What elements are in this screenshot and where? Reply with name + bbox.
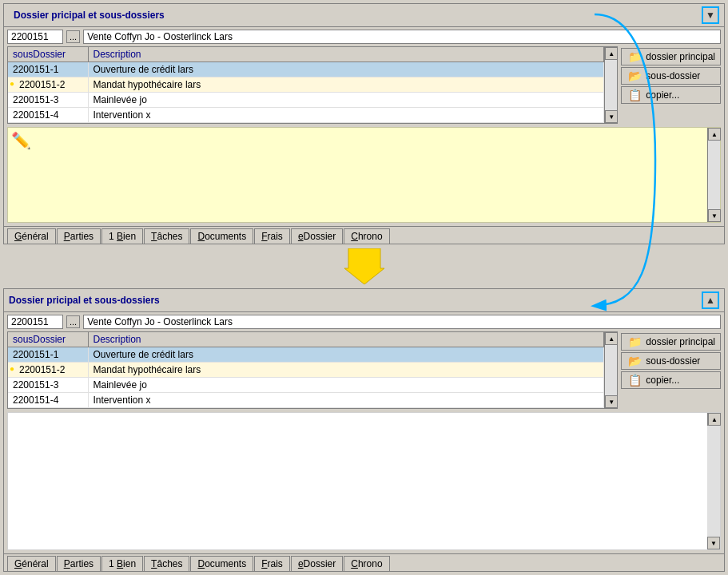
- tab-taches-bottom[interactable]: Tâches: [144, 556, 189, 571]
- bottom-tabs-row: Général Parties 1 Bien Tâches Documents …: [4, 553, 724, 571]
- top-tabs-row: Général Parties 1 Bien Tâches Documents …: [4, 226, 724, 244]
- top-dossier-row: ...: [4, 27, 724, 46]
- bottom-side-buttons: 📁 dossier principal 📂 sous-dossier 📋 cop…: [621, 331, 721, 409]
- bottom-sous-dossier-table: sousDossier Description 2200151-1 Ouvert…: [8, 332, 604, 408]
- bottom-col-sous-dossier: sousDossier: [8, 332, 88, 347]
- notes-scrollbar[interactable]: ▲ ▼: [707, 128, 720, 222]
- tab-general-top[interactable]: Général: [7, 228, 56, 244]
- top-panel: Dossier pricipal et sous-dossiers ▼ ... …: [3, 3, 725, 244]
- copy-icon: 📋: [627, 89, 642, 101]
- bottom-collapse-button[interactable]: ▲: [702, 291, 719, 309]
- table-row[interactable]: ● 2200151-2 Mandat hypothécaire lars: [8, 363, 604, 378]
- bottom-dots-button[interactable]: ...: [66, 315, 80, 328]
- notes-scroll-up[interactable]: ▲: [708, 128, 721, 141]
- bottom-dossier-name[interactable]: [83, 315, 721, 329]
- folder-icon: 📁: [627, 50, 642, 63]
- scroll-track: [605, 345, 617, 395]
- tab-documents-top[interactable]: Documents: [190, 228, 253, 244]
- bottom-panel-header: Dossier pricipal et sous-dossiers: [9, 295, 702, 306]
- top-dossier-principal-button[interactable]: 📁 dossier principal: [621, 48, 721, 65]
- table-row[interactable]: 2200151-4 Intervention x: [8, 393, 604, 408]
- copy-icon: 📋: [627, 374, 642, 387]
- notes-scroll-track: [708, 141, 720, 209]
- top-col-description: Description: [88, 47, 604, 62]
- top-dossier-number[interactable]: [7, 30, 63, 44]
- top-dots-button[interactable]: ...: [66, 30, 80, 43]
- scroll-down-btn[interactable]: ▼: [707, 537, 720, 549]
- table-row[interactable]: 2200151-3 Mainlevée jo: [8, 93, 604, 108]
- scroll-up-btn[interactable]: ▲: [708, 413, 721, 426]
- scroll-track: [605, 60, 617, 110]
- bottom-dossier-principal-button[interactable]: 📁 dossier principal: [621, 333, 721, 351]
- tab-1bien-top[interactable]: 1 Bien: [101, 228, 143, 244]
- scroll-track: [707, 426, 720, 537]
- main-container: Dossier pricipal et sous-dossiers ▼ ... …: [0, 0, 728, 575]
- tab-parties-bottom[interactable]: Parties: [57, 556, 101, 571]
- top-col-sous-dossier: sousDossier: [8, 47, 88, 62]
- scroll-up-btn[interactable]: ▲: [605, 47, 618, 60]
- tab-1bien-bottom[interactable]: 1 Bien: [101, 556, 143, 571]
- bottom-dossier-number[interactable]: [7, 315, 63, 329]
- tab-general-bottom[interactable]: Général: [7, 556, 56, 571]
- bottom-copier-button[interactable]: 📋 copier...: [621, 371, 721, 389]
- top-notes-area: ✏️ ▲ ▼: [7, 127, 721, 223]
- bottom-col-description: Description: [88, 332, 604, 347]
- bottom-table-area: sousDossier Description 2200151-1 Ouvert…: [4, 331, 724, 412]
- bottom-sous-dossier-button[interactable]: 📂 sous-dossier: [621, 352, 721, 370]
- tab-frais-top[interactable]: Frais: [254, 228, 290, 244]
- marked-indicator: ●: [10, 364, 14, 373]
- arrows-area: [3, 244, 725, 288]
- top-sous-dossier-table: sousDossier Description 2200151-1 Ouvert…: [8, 47, 604, 123]
- top-table-scrollbar[interactable]: ▲ ▼: [604, 47, 617, 123]
- bottom-empty-area: ▲ ▼: [7, 412, 721, 550]
- top-collapse-button[interactable]: ▼: [702, 6, 719, 24]
- subfolder-icon: 📂: [627, 355, 642, 367]
- bottom-table-scrollbar[interactable]: ▲ ▼: [604, 332, 617, 408]
- table-row[interactable]: ● 2200151-2 Mandat hypothécaire lars: [8, 77, 604, 93]
- tab-parties-top[interactable]: Parties: [57, 228, 101, 244]
- expand-icon: ▲: [706, 295, 715, 306]
- top-copier-button[interactable]: 📋 copier...: [621, 86, 721, 104]
- yellow-down-arrow: [344, 248, 384, 287]
- tab-taches-top[interactable]: Tâches: [144, 228, 189, 244]
- table-row[interactable]: 2200151-4 Intervention x: [8, 108, 604, 123]
- table-row[interactable]: 2200151-3 Mainlevée jo: [8, 378, 604, 393]
- table-row[interactable]: 2200151-1 Ouverture de crédit lars: [8, 347, 604, 363]
- top-side-buttons: 📁 dossier principal 📂 sous-dossier 📋 cop…: [621, 46, 721, 124]
- svg-marker-0: [344, 248, 384, 284]
- scroll-down-btn[interactable]: ▼: [605, 395, 618, 408]
- top-table-area: sousDossier Description 2200151-1 Ouvert…: [4, 46, 724, 127]
- scroll-up-btn[interactable]: ▲: [605, 332, 618, 345]
- subfolder-icon: 📂: [627, 69, 642, 82]
- tab-chrono-top[interactable]: Chrono: [344, 228, 389, 244]
- scroll-down-btn[interactable]: ▼: [605, 110, 618, 123]
- bottom-empty-scrollbar[interactable]: ▲ ▼: [707, 413, 720, 549]
- top-panel-header: Dossier pricipal et sous-dossiers: [9, 7, 702, 23]
- pencil-icon: ✏️: [11, 132, 31, 149]
- table-row[interactable]: 2200151-1 Ouverture de crédit lars: [8, 62, 604, 77]
- bottom-panel: Dossier pricipal et sous-dossiers ▲ ... …: [3, 288, 725, 572]
- notes-scroll-down[interactable]: ▼: [708, 209, 721, 222]
- bottom-dossier-row: ...: [4, 312, 724, 331]
- folder-icon: 📁: [627, 335, 642, 348]
- tab-edossier-top[interactable]: eDossier: [291, 228, 343, 244]
- collapse-icon: ▼: [706, 10, 715, 21]
- tab-chrono-bottom[interactable]: Chrono: [344, 556, 389, 571]
- tab-frais-bottom[interactable]: Frais: [254, 556, 290, 571]
- top-sous-dossier-button[interactable]: 📂 sous-dossier: [621, 67, 721, 85]
- tab-documents-bottom[interactable]: Documents: [190, 556, 253, 571]
- tab-edossier-bottom[interactable]: eDossier: [291, 556, 343, 571]
- top-dossier-name[interactable]: [83, 30, 721, 44]
- marked-indicator: ●: [10, 79, 14, 88]
